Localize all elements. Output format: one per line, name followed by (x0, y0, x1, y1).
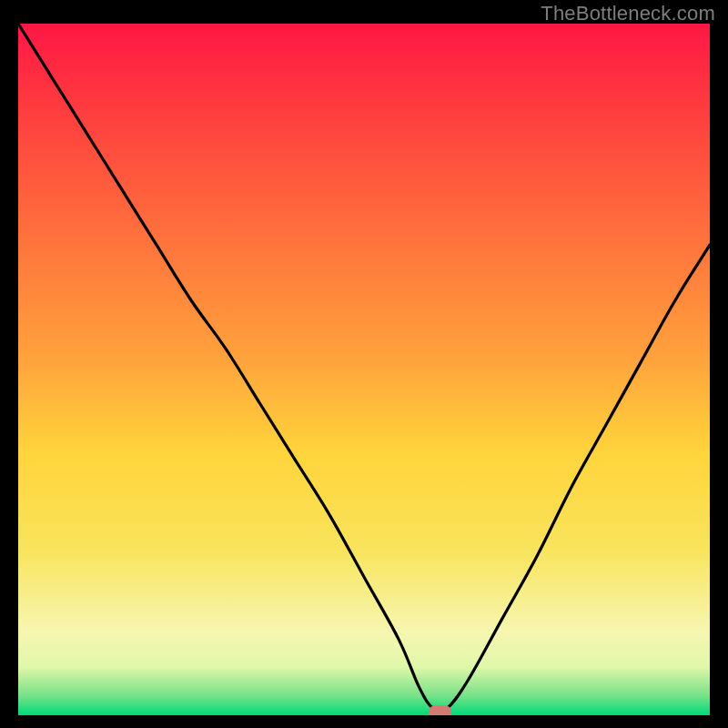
chart-frame: TheBottleneck.com (0, 0, 728, 728)
bottleneck-plot (18, 24, 710, 715)
gradient-background (18, 24, 710, 715)
chart-svg (18, 24, 710, 715)
watermark-text: TheBottleneck.com (541, 2, 715, 25)
optimal-marker (430, 705, 451, 715)
